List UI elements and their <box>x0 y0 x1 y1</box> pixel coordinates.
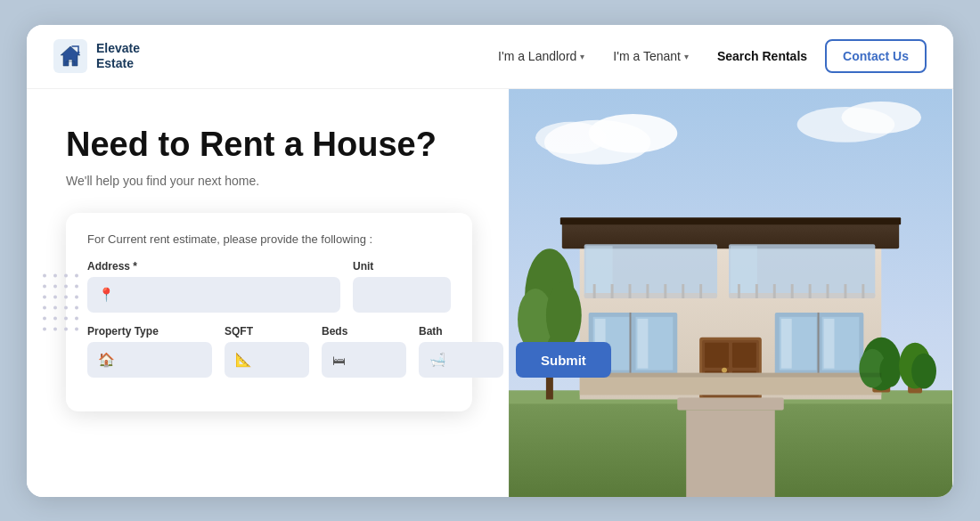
left-section: Need to Rent a House? We'll help you fin… <box>27 89 508 497</box>
unit-group: Unit <box>353 260 451 313</box>
bath-input-wrapper[interactable]: 🛁 <box>419 342 503 378</box>
svg-rect-26 <box>738 284 740 298</box>
svg-rect-15 <box>586 246 613 296</box>
contact-us-button[interactable]: Contact Us <box>825 39 927 73</box>
form-row-address: Address * 📍 Unit <box>87 260 451 313</box>
svg-rect-19 <box>593 284 596 298</box>
svg-rect-66 <box>686 410 775 497</box>
unit-input-wrapper[interactable] <box>353 277 451 313</box>
svg-rect-65 <box>677 397 783 410</box>
sqft-icon: 📐 <box>235 352 252 368</box>
address-input[interactable] <box>122 288 331 302</box>
svg-rect-23 <box>664 284 666 298</box>
svg-rect-29 <box>791 284 794 298</box>
sqft-input-wrapper[interactable]: 📐 <box>225 342 309 378</box>
svg-point-61 <box>879 354 901 387</box>
nav-links: I'm a Landlord ▾ I'm a Tenant ▾ Search R… <box>487 39 927 73</box>
svg-point-52 <box>722 367 727 372</box>
address-input-wrapper[interactable]: 📍 <box>87 277 340 313</box>
house-illustration <box>508 89 953 497</box>
svg-rect-17 <box>584 293 717 298</box>
property-type-input[interactable] <box>122 353 203 367</box>
logo[interactable]: Elevate Estate <box>53 39 140 73</box>
unit-input[interactable] <box>363 288 442 302</box>
svg-rect-12 <box>560 217 901 224</box>
svg-rect-67 <box>580 372 882 377</box>
sqft-input[interactable] <box>259 353 300 367</box>
tenant-menu[interactable]: I'm a Tenant ▾ <box>602 42 699 70</box>
main-window: Elevate Estate I'm a Landlord ▾ I'm a Te… <box>27 25 953 497</box>
property-type-label: Property Type <box>87 325 212 338</box>
svg-rect-44 <box>781 318 792 368</box>
address-group: Address * 📍 <box>87 260 340 313</box>
svg-point-1 <box>78 52 80 54</box>
svg-rect-49 <box>732 342 756 367</box>
svg-rect-28 <box>773 284 776 298</box>
svg-rect-27 <box>755 284 758 298</box>
svg-rect-39 <box>637 318 648 368</box>
svg-rect-21 <box>629 284 632 298</box>
svg-rect-45 <box>824 318 835 368</box>
beds-input[interactable] <box>353 353 397 367</box>
beds-group: Beds 🛏 <box>322 325 406 378</box>
svg-rect-25 <box>699 284 702 298</box>
sqft-group: SQFT 📐 <box>225 325 309 378</box>
svg-rect-18 <box>729 293 875 298</box>
svg-rect-31 <box>827 284 829 298</box>
search-rentals-label: Search Rentals <box>717 49 807 63</box>
address-label: Address * <box>87 260 340 273</box>
form-description: For Current rent estimate, please provid… <box>87 232 451 246</box>
svg-point-64 <box>911 353 936 388</box>
bed-icon: 🛏 <box>332 353 346 368</box>
landlord-chevron-icon: ▾ <box>580 52 584 61</box>
navbar: Elevate Estate I'm a Landlord ▾ I'm a Te… <box>27 25 953 89</box>
bath-icon: 🛁 <box>429 352 446 368</box>
hero-title: Need to Rent a House? <box>66 125 472 166</box>
property-type-group: Property Type 🏠 <box>87 325 212 378</box>
bath-input[interactable] <box>453 353 494 367</box>
logo-text: Elevate Estate <box>96 41 140 71</box>
svg-rect-24 <box>682 284 684 298</box>
svg-rect-32 <box>844 284 846 298</box>
tenant-label: I'm a Tenant <box>613 49 681 63</box>
svg-point-5 <box>535 121 607 153</box>
landlord-menu[interactable]: I'm a Landlord ▾ <box>487 42 595 70</box>
form-row-details: Property Type 🏠 SQFT 📐 <box>87 325 451 378</box>
rent-estimate-form-card: For Current rent estimate, please provid… <box>66 213 472 411</box>
search-rentals-link[interactable]: Search Rentals <box>706 42 818 70</box>
svg-point-7 <box>841 101 921 133</box>
hero-image <box>508 89 953 497</box>
beds-label: Beds <box>322 325 406 338</box>
dot-grid-decoration <box>43 273 78 338</box>
svg-rect-20 <box>611 284 614 298</box>
bath-group: Bath 🛁 <box>419 325 503 378</box>
svg-rect-48 <box>705 342 729 367</box>
beds-input-wrapper[interactable]: 🛏 <box>322 342 406 378</box>
svg-rect-22 <box>646 284 649 298</box>
landlord-label: I'm a Landlord <box>498 49 576 63</box>
main-content: Need to Rent a House? We'll help you fin… <box>27 89 953 497</box>
svg-rect-30 <box>809 284 812 298</box>
sqft-label: SQFT <box>225 325 309 338</box>
svg-rect-33 <box>862 284 864 298</box>
location-icon: 📍 <box>98 287 115 303</box>
logo-icon <box>53 39 87 73</box>
house-icon: 🏠 <box>98 352 115 368</box>
unit-label: Unit <box>353 260 451 273</box>
svg-point-57 <box>546 281 582 349</box>
bath-label: Bath <box>419 325 503 338</box>
hero-subtitle: We'll help you find your next home. <box>66 174 472 188</box>
property-type-input-wrapper[interactable]: 🏠 <box>87 342 212 378</box>
svg-rect-16 <box>731 246 757 296</box>
submit-button[interactable]: Submit <box>516 342 611 378</box>
tenant-chevron-icon: ▾ <box>684 52 689 61</box>
